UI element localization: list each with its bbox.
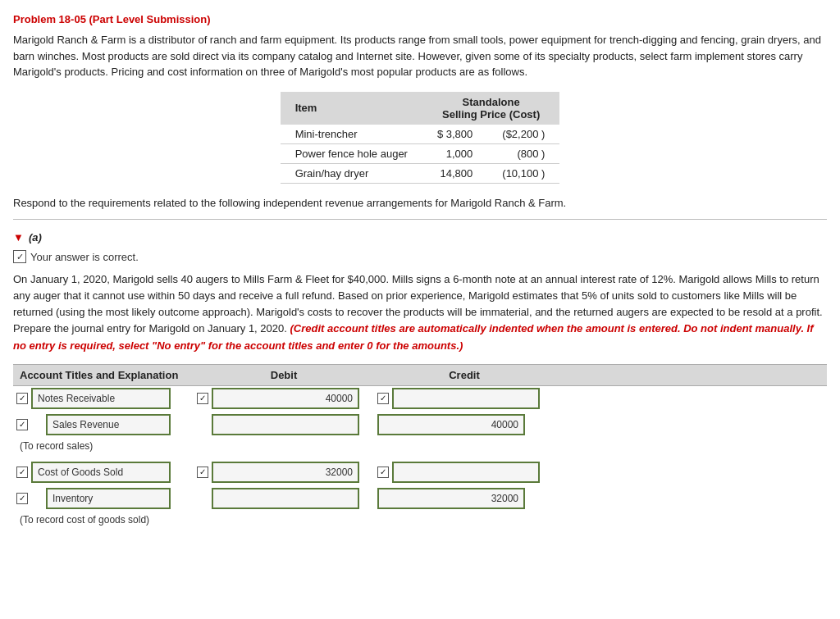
entry2-debit-empty-cell (194, 486, 374, 511)
section-a-label: (a) (29, 231, 42, 244)
product-name: Mini-trencher (281, 125, 422, 144)
section-a-header: ▼ (a) (13, 231, 827, 244)
entry1-credit-amount-cell (374, 412, 555, 437)
entry1-debit-row: ✓ ✓ ✓ (13, 386, 827, 411)
entry1-credit-check: ✓ (377, 393, 389, 404)
correct-text: Your answer is correct. (30, 251, 139, 263)
cost-of-goods-sold-input[interactable] (31, 462, 171, 483)
section-divider (13, 219, 827, 220)
entry2-debit-input[interactable] (212, 462, 359, 483)
entry2-credit-account-cell: ✓ (13, 486, 194, 511)
product-name: Power fence hole auger (281, 143, 422, 163)
journal-table: Account Titles and Explanation Debit Cre… (13, 364, 827, 530)
entry2-debit-check: ✓ (197, 467, 208, 478)
entry1-check-icon: ✓ (16, 393, 28, 404)
correct-indicator: ✓ Your answer is correct. (13, 250, 827, 263)
entry2-credit-row: ✓ (13, 486, 827, 511)
respond-text: Respond to the requirements related to t… (13, 195, 827, 212)
problem-title: Problem 18-05 (Part Level Submission) (13, 13, 827, 25)
journal-entry-1: ✓ ✓ ✓ ✓ (To record sa (13, 386, 827, 457)
checkmark-icon: ✓ (13, 250, 26, 263)
product-cost: ($2,200 ) (487, 125, 559, 144)
entry2-credit-amount-cell (374, 486, 555, 511)
inventory-input[interactable] (46, 488, 171, 509)
col-item-header: Item (281, 92, 422, 125)
table-row: Power fence hole auger 1,000 (800 ) (281, 143, 560, 163)
entry2-label: (To record cost of goods sold) (13, 512, 827, 530)
product-table: Item StandaloneSelling Price (Cost) Mini… (281, 92, 560, 184)
entry1-debit-amount-cell: ✓ (194, 386, 374, 411)
product-cost: (800 ) (487, 143, 559, 163)
collapse-icon[interactable]: ▼ (13, 231, 24, 244)
entry1-debit-check: ✓ (197, 393, 208, 404)
entry1-credit-account-check: ✓ (16, 419, 28, 430)
journal-col2-header: Debit (194, 369, 374, 381)
product-cost: (10,100 ) (487, 163, 559, 183)
entry2-debit-amount-cell: ✓ (194, 460, 374, 485)
entry2-debit-account-cell: ✓ (13, 460, 194, 485)
table-row: Grain/hay dryer 14,800 (10,100 ) (281, 163, 560, 183)
journal-col3-header: Credit (374, 369, 555, 381)
entry1-debit-account-cell: ✓ (13, 386, 194, 411)
entry1-credit-empty-cell: ✓ (374, 386, 555, 411)
entry1-credit-input[interactable] (377, 414, 525, 435)
entry2-debit-row: ✓ ✓ ✓ (13, 460, 827, 485)
journal-entry-2: ✓ ✓ ✓ ✓ (To record co (13, 460, 827, 530)
notes-receivable-input[interactable] (31, 388, 171, 409)
entry1-debit-empty-cell (194, 412, 374, 437)
entry2-check-icon: ✓ (16, 467, 28, 478)
entry2-credit-empty-input[interactable] (392, 462, 540, 483)
entry2-credit-account-check: ✓ (16, 493, 28, 504)
intro-text: Marigold Ranch & Farm is a distributor o… (13, 32, 827, 80)
entry1-debit-empty-input[interactable] (212, 414, 359, 435)
entry1-label: (To record sales) (13, 439, 827, 457)
product-name: Grain/hay dryer (281, 163, 422, 183)
scenario-text: On January 1, 2020, Marigold sells 40 au… (13, 271, 827, 354)
entry1-credit-row: ✓ (13, 412, 827, 437)
product-price: 1,000 (422, 143, 487, 163)
sales-revenue-input[interactable] (46, 414, 171, 435)
entry2-credit-check: ✓ (377, 467, 389, 478)
col-price-header: StandaloneSelling Price (Cost) (422, 92, 559, 125)
entry1-credit-account-cell: ✓ (13, 412, 194, 437)
entry2-debit-empty-input[interactable] (212, 488, 359, 509)
entry2-credit-empty-cell: ✓ (374, 460, 555, 485)
table-row: Mini-trencher $ 3,800 ($2,200 ) (281, 125, 560, 144)
journal-col1-header: Account Titles and Explanation (13, 369, 194, 381)
journal-header: Account Titles and Explanation Debit Cre… (13, 364, 827, 386)
product-price: 14,800 (422, 163, 487, 183)
entry2-credit-input[interactable] (377, 488, 525, 509)
product-price: $ 3,800 (422, 125, 487, 144)
entry1-debit-input[interactable] (212, 388, 359, 409)
entry1-credit-empty-input[interactable] (392, 388, 540, 409)
